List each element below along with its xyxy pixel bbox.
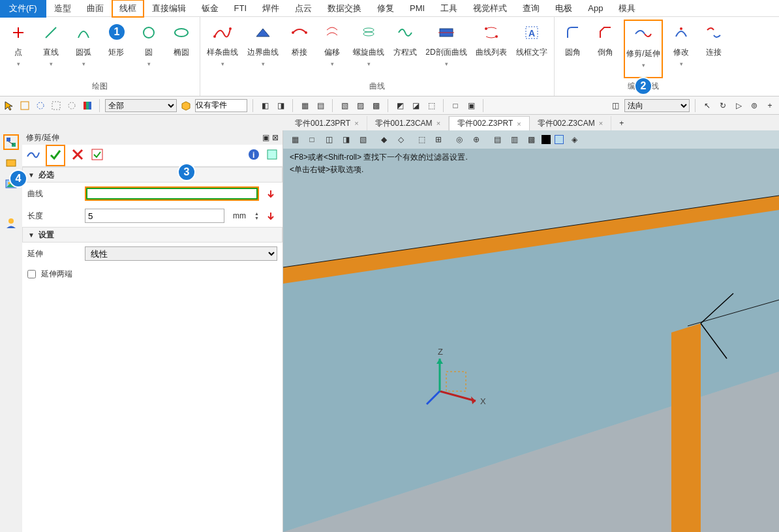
menu-item-1[interactable]: 曲面 — [79, 0, 112, 17]
line-button[interactable]: 直线▾ — [37, 20, 65, 78]
filter-input[interactable] — [195, 99, 247, 112]
vt-icon[interactable]: ⊞ — [432, 133, 445, 146]
vt-icon[interactable]: ⊕ — [470, 133, 483, 146]
menu-item-5[interactable]: FTI — [226, 1, 255, 16]
tb-icon-e[interactable]: ▧ — [338, 99, 351, 112]
tab-3[interactable]: 零件002.Z3CAM× — [530, 116, 611, 130]
tool-icon-1[interactable] — [18, 99, 31, 112]
both-ends-checkbox[interactable] — [27, 270, 36, 278]
normal-combo[interactable]: 法向 — [624, 99, 690, 112]
sidebar-tree-icon[interactable] — [3, 134, 19, 150]
pointer-icon[interactable]: ↖ — [701, 99, 714, 112]
menu-item-15[interactable]: App — [580, 1, 611, 16]
apply-button[interactable] — [90, 147, 104, 164]
vt-icon[interactable]: ◨ — [339, 133, 352, 146]
extend-select[interactable]: 线性 — [85, 246, 277, 261]
menu-item-10[interactable]: PMI — [402, 1, 433, 16]
ellipse-button[interactable]: 椭圆 — [167, 20, 196, 78]
menu-item-3[interactable]: 直接编辑 — [144, 0, 194, 17]
boundary-curve-button[interactable]: 边界曲线▾ — [245, 20, 281, 78]
vt-icon[interactable]: ⬚ — [415, 133, 428, 146]
tb-icon-j[interactable]: ⬚ — [425, 99, 438, 112]
stepper-icon[interactable]: ▲▼ — [254, 211, 259, 220]
section-settings[interactable]: ▼设置 — [22, 227, 283, 243]
menu-item-4[interactable]: 钣金 — [194, 0, 226, 17]
close-icon[interactable]: × — [599, 119, 603, 127]
curve-input[interactable] — [85, 186, 259, 201]
cursor-icon[interactable] — [3, 99, 16, 112]
vt-icon[interactable]: □ — [305, 133, 318, 146]
vt-icon[interactable]: ◎ — [453, 133, 466, 146]
tool-icon-4[interactable] — [65, 99, 78, 112]
tb-icon-g[interactable]: ▩ — [369, 99, 382, 112]
point-button[interactable]: 点▾ — [4, 20, 33, 78]
tb-icon-m[interactable]: ◫ — [609, 99, 622, 112]
arc-button[interactable]: 圆弧▾ — [69, 20, 98, 78]
spline-button[interactable]: 样条曲线▾ — [204, 20, 241, 78]
tool-icon-3[interactable] — [50, 99, 63, 112]
trim-extend-button[interactable]: 修剪/延伸▾ — [624, 20, 663, 78]
menu-item-11[interactable]: 工具 — [433, 0, 465, 17]
vt-icon[interactable]: ◇ — [394, 133, 407, 146]
panel-pin-icon[interactable]: ▣ — [262, 133, 269, 142]
menu-item-6[interactable]: 焊件 — [254, 0, 287, 17]
tab-1[interactable]: 零件001.Z3CAM× — [367, 116, 449, 130]
close-icon[interactable]: × — [436, 119, 440, 127]
vt-icon[interactable]: ▥ — [508, 133, 521, 146]
length-input[interactable] — [85, 209, 224, 223]
menu-item-14[interactable]: 电极 — [547, 0, 580, 17]
chamfer-button[interactable]: 倒角 — [591, 20, 620, 78]
tb-icon-k[interactable]: □ — [449, 99, 462, 112]
section-required[interactable]: ▼必选 — [22, 167, 283, 183]
pick-button-2[interactable] — [264, 209, 277, 222]
menu-item-13[interactable]: 查询 — [515, 0, 547, 17]
sidebar-layer-icon[interactable] — [3, 155, 19, 171]
close-icon[interactable]: × — [354, 119, 358, 127]
cube-icon[interactable] — [179, 99, 192, 112]
plus-icon[interactable]: + — [763, 99, 776, 112]
menu-file[interactable]: 文件(F) — [0, 0, 46, 18]
tb-icon-l[interactable]: ▣ — [465, 99, 478, 112]
layer-combo[interactable]: 全部 — [105, 99, 177, 112]
vt-icon[interactable]: ◫ — [322, 133, 335, 146]
circle-button[interactable]: 圆▾ — [134, 20, 163, 78]
wireframe-text-button[interactable]: A线框文字 — [513, 20, 550, 78]
tb-icon-h[interactable]: ◩ — [393, 99, 406, 112]
tb-icon-d[interactable]: ▤ — [314, 99, 327, 112]
menu-item-9[interactable]: 修复 — [369, 0, 402, 17]
vt-color-black[interactable] — [542, 135, 551, 144]
vt-icon[interactable]: ◈ — [568, 133, 581, 146]
tb-icon-i[interactable]: ◪ — [409, 99, 422, 112]
info-icon[interactable]: i — [247, 148, 260, 163]
tab-2[interactable]: 零件002.Z3PRT× — [449, 116, 530, 130]
menu-item-12[interactable]: 视觉样式 — [465, 0, 515, 17]
tb-icon-c[interactable]: ▦ — [298, 99, 311, 112]
tool-icon-r1[interactable]: ⊚ — [748, 99, 761, 112]
redo-icon[interactable]: ↻ — [716, 99, 729, 112]
pick-button[interactable] — [264, 187, 277, 200]
palette-icon[interactable] — [81, 99, 94, 112]
modify-button[interactable]: 修改▾ — [667, 20, 695, 78]
play-icon[interactable]: ▷ — [732, 99, 745, 112]
new-tab-button[interactable]: + — [611, 116, 632, 130]
vt-icon[interactable]: ▦ — [288, 133, 301, 146]
vt-icon[interactable]: ▤ — [491, 133, 504, 146]
confirm-button[interactable] — [46, 145, 65, 166]
preview-icon[interactable] — [266, 148, 279, 163]
tool-icon-2[interactable] — [34, 99, 47, 112]
panel-close-icon[interactable]: ⊠ — [272, 133, 279, 142]
vt-color-blue[interactable] — [555, 135, 564, 144]
cancel-button[interactable] — [70, 147, 85, 164]
tb-icon-f[interactable]: ▨ — [354, 99, 367, 112]
vt-icon[interactable]: ◆ — [377, 133, 390, 146]
bridge-button[interactable]: 桥接 — [285, 20, 314, 78]
tab-0[interactable]: 零件001.Z3PRT× — [287, 116, 367, 130]
helix-button[interactable]: 螺旋曲线▾ — [350, 20, 387, 78]
menu-item-16[interactable]: 模具 — [611, 0, 643, 17]
menu-item-0[interactable]: 造型 — [46, 0, 79, 17]
tb-icon-a[interactable]: ◧ — [258, 99, 271, 112]
tb-icon-b[interactable]: ◨ — [274, 99, 287, 112]
menu-item-7[interactable]: 点云 — [287, 0, 320, 17]
fillet-button[interactable]: 圆角 — [558, 20, 587, 78]
vt-icon[interactable]: ▩ — [525, 133, 538, 146]
